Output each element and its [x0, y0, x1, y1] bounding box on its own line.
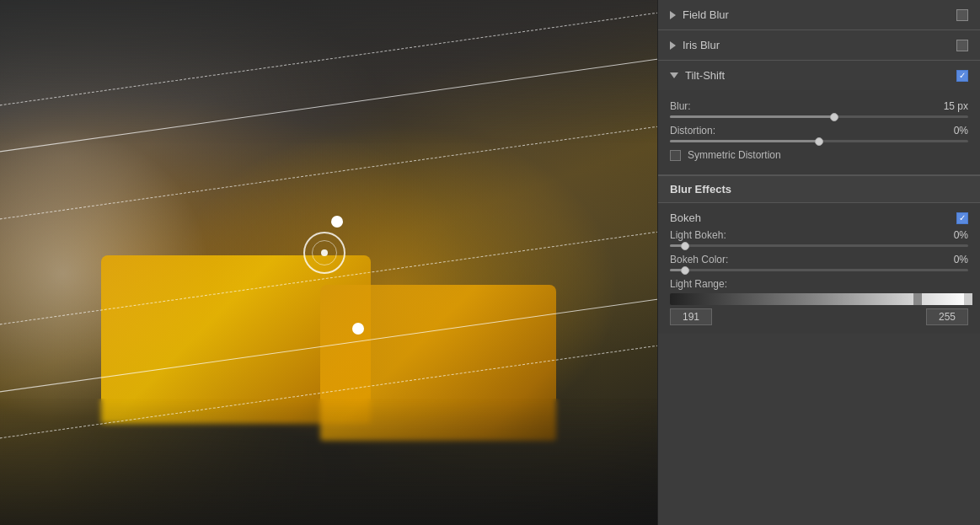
bokeh-color-value: 0%	[934, 254, 968, 265]
blur-panel: Field Blur Iris Blur Tilt-Shift Blur: 15…	[657, 0, 980, 525]
distortion-slider-track[interactable]	[670, 140, 968, 142]
light-range-left-input[interactable]	[670, 308, 712, 325]
light-range-left-thumb[interactable]	[913, 293, 922, 305]
field-blur-checkbox[interactable]	[956, 9, 968, 21]
blur-effects-header: Blur Effects	[658, 175, 980, 203]
tilt-shift-section[interactable]: Tilt-Shift	[658, 61, 980, 90]
tilt-shift-content: Blur: 15 px Distortion: 0% Symmetric Dis…	[658, 90, 980, 174]
blur-slider-track[interactable]	[670, 115, 968, 118]
blur-slider-fill	[670, 115, 834, 118]
bokeh-color-row: Bokeh Color: 0%	[670, 254, 968, 265]
blur-param-row: Blur: 15 px	[670, 100, 968, 112]
tilt-shift-title: Tilt-Shift	[685, 69, 956, 82]
light-bokeh-row: Light Bokeh: 0%	[670, 229, 968, 241]
bokeh-color-label: Bokeh Color:	[670, 254, 746, 265]
iris-blur-checkbox[interactable]	[956, 40, 968, 51]
symmetric-distortion-checkbox[interactable]	[670, 150, 681, 161]
blur-value: 15 px	[934, 100, 968, 112]
field-blur-arrow	[670, 11, 676, 19]
rotation-ring-inner	[312, 240, 337, 265]
blur-slider-thumb[interactable]	[830, 113, 838, 121]
field-blur-title: Field Blur	[683, 8, 956, 21]
distortion-param-row: Distortion: 0%	[670, 125, 968, 137]
bokeh-color-slider[interactable]	[670, 269, 968, 271]
symmetric-distortion-label: Symmetric Distortion	[688, 149, 781, 161]
light-bokeh-slider[interactable]	[670, 244, 968, 247]
light-range-right-input[interactable]	[926, 308, 968, 325]
bokeh-label: Bokeh	[670, 212, 956, 224]
iris-blur-title: Iris Blur	[683, 39, 956, 51]
light-bokeh-thumb[interactable]	[681, 242, 689, 250]
distortion-slider-fill	[670, 140, 819, 142]
tilt-center-handle-top[interactable]	[331, 216, 343, 228]
tilt-center-handle-bottom[interactable]	[352, 323, 364, 335]
light-bokeh-label: Light Bokeh:	[670, 229, 746, 241]
distortion-label: Distortion:	[670, 125, 746, 137]
light-range-row: Light Range:	[670, 278, 968, 290]
light-range-values	[670, 308, 968, 325]
bokeh-checkbox[interactable]	[956, 212, 968, 224]
light-range-right-thumb[interactable]	[964, 293, 972, 305]
field-blur-section[interactable]: Field Blur	[658, 0, 980, 29]
iris-blur-arrow	[670, 41, 676, 50]
light-bokeh-value: 0%	[934, 229, 968, 241]
blur-label: Blur:	[670, 100, 746, 112]
blur-effects-content: Bokeh Light Bokeh: 0% Bokeh Color: 0% Li…	[658, 203, 980, 334]
blur-overlay-top	[0, 0, 657, 143]
blur-overlay-bottom	[0, 399, 657, 525]
tilt-rotation-ring[interactable]	[303, 232, 345, 274]
symmetric-distortion-row[interactable]: Symmetric Distortion	[670, 149, 968, 161]
tilt-shift-arrow	[670, 72, 678, 78]
distortion-value: 0%	[934, 125, 968, 137]
bokeh-row: Bokeh	[670, 212, 968, 224]
light-range-track[interactable]	[670, 293, 968, 305]
light-range-label: Light Range:	[670, 278, 746, 290]
blur-effects-title: Blur Effects	[670, 183, 968, 196]
distortion-slider-thumb[interactable]	[815, 137, 823, 146]
tilt-shift-checkbox[interactable]	[956, 70, 968, 82]
canvas-area[interactable]	[0, 0, 657, 525]
iris-blur-section[interactable]: Iris Blur	[658, 30, 980, 60]
bokeh-color-thumb[interactable]	[681, 266, 689, 275]
